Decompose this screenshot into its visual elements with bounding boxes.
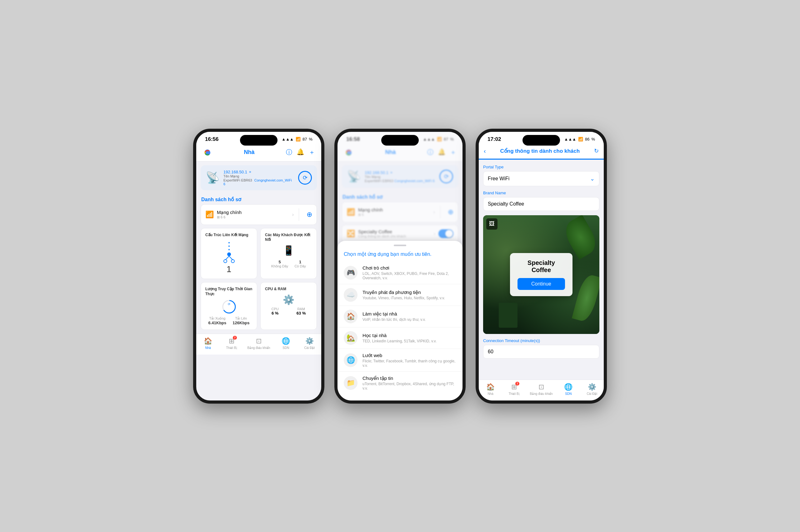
profile-add-1[interactable]: ⊕ — [306, 211, 312, 219]
status-icons-1: ▲▲▲ 📶 87% — [282, 137, 313, 141]
router-card-1: 📡 192.168.50.1 » Tên Mạng ExpertWiFi EBR… — [201, 165, 317, 190]
profile-info-1: Mạng chính ⊞ 6 6 — [217, 210, 242, 219]
menu-item-5[interactable]: 📁 Chuyển tập tin uTorrent, BitTorrent, D… — [337, 372, 463, 394]
add-icon-1[interactable]: ＋ — [309, 148, 315, 156]
brand-name-field[interactable]: Specialty Coffee — [483, 197, 599, 211]
continue-button[interactable]: Continue — [518, 278, 565, 290]
stat-traffic: Lượng Truy Cập Thời Gian Thực ⟳ Tải Xuốn… — [201, 282, 257, 330]
google-logo-1 — [203, 148, 212, 157]
cpu-label: CPU — [272, 307, 279, 311]
svg-point-1 — [227, 252, 231, 256]
brand-name-label: Brand Name — [483, 191, 599, 195]
status-icons-3: ▲▲▲ 📶 86% — [564, 137, 595, 141]
signal-icon-2: ▲▲▲ — [423, 137, 435, 141]
chair-decoration — [499, 303, 518, 328]
menu-name-2: Làm việc tại nhà — [362, 311, 456, 317]
wireless-label: Không Dây — [271, 264, 288, 268]
profile-arrow-main-2: › — [433, 209, 435, 215]
cpu-item: CPU 6 % — [272, 307, 279, 316]
devices-badge-3: 7 — [515, 382, 519, 385]
tab-sdn-3[interactable]: 🌐 SDN — [561, 383, 576, 396]
nav-icons-1[interactable]: ⓘ 🔔 ＋ — [286, 148, 315, 156]
tab-dashboard-1[interactable]: ⊡ Bảng điều khiển — [247, 337, 270, 349]
profile-row-main-2: 📶 Mạng chính ⊞ 6 › ⊕ — [342, 202, 458, 223]
tab-settings-1[interactable]: ⚙️ Cài Đặt — [301, 337, 317, 349]
nav-bar-2: Nhà ⓘ 🔔 ＋ — [337, 145, 463, 162]
portal-type-select[interactable]: Free WiFi ⌄ — [483, 171, 599, 186]
stat-content-cpu: ⚙️ CPU 6 % RAM 63 % — [265, 294, 312, 316]
router-icon-2: 📡 — [347, 170, 361, 183]
router-icon-1: 📡 — [206, 171, 220, 184]
profile-row-1[interactable]: 📶 Mạng chính ⊞ 6 6 › ⊕ — [201, 204, 317, 225]
stats-grid-1: Cấu Trúc Liên Kết Mạng ⋮ 1 Các Máy Khách… — [201, 228, 317, 330]
stat-content-clients: 📱 5 Không Dây 1 Có Dây — [265, 245, 312, 268]
tab-devices-3[interactable]: ⊞ 7 Thiết Bị — [506, 383, 522, 396]
nav-title-2: Nhà — [385, 149, 396, 156]
dynamic-island-2 — [381, 135, 419, 146]
router-info-2: 192.168.50.1 » Tên Mạng ExpertWiFi EBR63… — [365, 170, 435, 183]
profile-name-1: Mạng chính — [217, 210, 242, 215]
profile-sub-main-2: ⊞ 6 — [358, 213, 383, 217]
wireless-value: 5 — [271, 260, 288, 264]
phone-3: 17:02 ▲▲▲ 📶 86% ‹ Cổng thông tin dành ch… — [476, 129, 607, 404]
settings-icon-3: ⚙️ — [588, 383, 596, 391]
wired-value: 1 — [294, 260, 306, 264]
menu-text-2: Làm việc tại nhà VoIP, nhắn tin tức thì,… — [362, 311, 456, 322]
ram-item: RAM 63 % — [297, 307, 306, 316]
form-body: Portal Type Free WiFi ⌄ Brand Name Speci… — [479, 159, 604, 364]
router-network-label-1: Tên Mạng — [223, 174, 294, 178]
phone-1: 16:56 ▲▲▲ 📶 87% Nhà ⓘ 🔔 ＋ — [193, 129, 324, 404]
router-label-2: Tên Mạng — [365, 175, 435, 179]
timeout-field[interactable]: 60 — [483, 345, 599, 359]
nav-title-1: Nhà — [244, 149, 254, 156]
tab-bar-1: 🏠 Nhà ⊞ 7 Thiết Bị ⊡ Bảng điều khiển 🌐 S… — [196, 334, 321, 355]
router-names-2: ExpertWiFi EBR63 Congngheviet.com_WiFi 6 — [365, 179, 435, 183]
timeout-label: Connection Timeout (minute(s)) — [483, 338, 599, 343]
tab-bar-3: 🏠 Nhà ⊞ 7 Thiết Bị ⊡ Bảng điều khiển 🌐 S… — [479, 380, 604, 400]
info-icon-1[interactable]: ⓘ — [286, 148, 292, 156]
menu-text-0: Chơi trò chơi LOL, AOV, Switch, XBOX, PU… — [362, 265, 456, 280]
wired-label: Có Dây — [294, 264, 306, 268]
menu-icon-learning: 🏡 — [344, 331, 357, 345]
tab-devices-1[interactable]: ⊞ 7 Thiết Bị — [224, 337, 239, 349]
sheet-handle — [394, 245, 406, 246]
chevron-down-icon: ⌄ — [590, 175, 595, 182]
bell-icon-1[interactable]: 🔔 — [297, 148, 304, 156]
router-ip-1: 192.168.50.1 — [223, 170, 247, 174]
specialty-sub: Cổng thông tin dành cho khách — [358, 234, 406, 239]
menu-name-1: Truyền phát đa phương tiện — [362, 290, 456, 295]
specialty-toggle[interactable] — [439, 229, 453, 238]
menu-item-0[interactable]: 🎮 Chơi trò chơi LOL, AOV, Switch, XBOX, … — [337, 262, 463, 284]
tab-home-1[interactable]: 🏠 Nhà — [200, 337, 216, 349]
tab-dashboard-3[interactable]: ⊡ Bảng điều khiển — [530, 383, 553, 396]
signal-icon-3: ▲▲▲ — [564, 137, 576, 141]
menu-item-1[interactable]: ☁️ Truyền phát đa phương tiện Youtube, V… — [337, 284, 463, 306]
menu-item-3[interactable]: 🏡 Học tại nhà TED, LinkedIn Learning, 51… — [337, 327, 463, 349]
menu-name-3: Học tại nhà — [362, 333, 456, 338]
wifi-profile-icon-1: 📶 — [205, 211, 214, 219]
back-button[interactable]: ‹ — [484, 148, 486, 155]
menu-sheet: Chọn một ứng dụng bạn muốn ưu tiên. 🎮 Ch… — [337, 241, 463, 400]
refresh-button[interactable]: ↻ — [594, 148, 599, 154]
cpu-percent: 6 % — [272, 311, 279, 316]
sheet-title: Chọn một ứng dụng bạn muốn ưu tiên. — [337, 251, 463, 262]
ip-arrow-1: » — [249, 170, 251, 174]
menu-icon-gaming: 🎮 — [344, 266, 357, 280]
tab-home-3[interactable]: 🏠 Nhà — [483, 383, 499, 396]
menu-item-4[interactable]: 🌐 Lướt web Flickr, Twitter, Facebook, Tu… — [337, 349, 463, 372]
nav-bar-1: Nhà ⓘ 🔔 ＋ — [196, 145, 321, 162]
wifi-icon-main-2: 📶 — [347, 208, 355, 216]
menu-sub-0: LOL, AOV, Switch, XBOX, PUBG, Free Fire,… — [362, 271, 456, 280]
specialty-row: 🔀 Specialty Coffee Cổng thông tin dành c… — [342, 225, 458, 242]
portal-preview: 🖼 Specialty Coffee Continue — [483, 215, 599, 334]
upload-label: Tải Lên — [232, 317, 249, 321]
tab-sdn-1[interactable]: 🌐 SDN — [278, 337, 294, 349]
menu-item-2[interactable]: 🏠 Làm việc tại nhà VoIP, nhắn tin tức th… — [337, 306, 463, 327]
tab-settings-3[interactable]: ⚙️ Cài Đặt — [584, 383, 600, 396]
wifi-icon-3: 📶 — [578, 137, 583, 141]
portal-brand-name: Specialty Coffee — [518, 259, 565, 274]
dynamic-island-3 — [522, 135, 560, 146]
menu-name-4: Lướt web — [362, 353, 456, 358]
router-speed-2: ⟳ — [440, 170, 453, 183]
traffic-circle-icon: ⟳ — [221, 299, 237, 315]
